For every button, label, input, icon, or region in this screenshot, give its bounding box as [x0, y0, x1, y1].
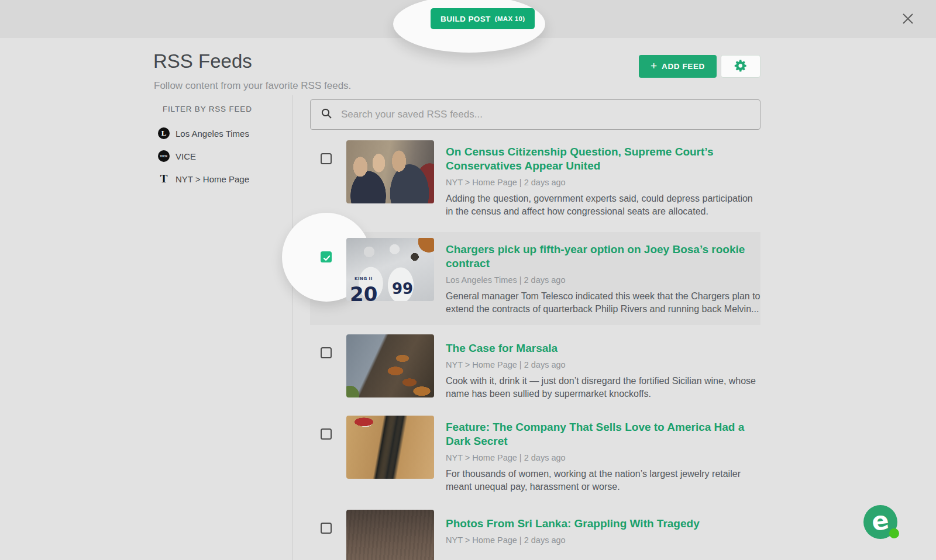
- sidebar-item-nyt-home-page[interactable]: T NYT > Home Page: [158, 173, 287, 185]
- sidebar-item-los-angeles-times[interactable]: L Los Angeles Times: [158, 127, 287, 139]
- build-post-label: BUILD POST: [441, 15, 491, 23]
- filter-by-rss-feed-heading: FILTER BY RSS FEED: [163, 105, 252, 113]
- article-row: On Census Citizenship Question, Supreme …: [310, 140, 760, 218]
- article-meta: Los Angeles Times | 2 days ago: [446, 275, 760, 285]
- article-checkbox[interactable]: [321, 523, 332, 534]
- feed-filter-label: Los Angeles Times: [176, 129, 249, 139]
- article-meta: NYT > Home Page | 2 days ago: [446, 535, 760, 545]
- search-box: [310, 99, 760, 130]
- close-button[interactable]: [900, 11, 916, 27]
- article-title[interactable]: The Case for Marsala: [446, 341, 760, 355]
- feed-settings-button[interactable]: [721, 55, 760, 78]
- thumbnail-jersey-name: KING II: [355, 276, 373, 281]
- article-meta: NYT > Home Page | 2 days ago: [446, 178, 760, 187]
- article-title[interactable]: Chargers pick up fifth-year option on Jo…: [446, 243, 760, 271]
- article-thumbnail: [346, 416, 434, 479]
- gear-icon: [734, 59, 748, 74]
- article-checkbox[interactable]: [321, 428, 332, 440]
- article-title[interactable]: Feature: The Company That Sells Love to …: [446, 420, 760, 448]
- article-meta: NYT > Home Page | 2 days ago: [446, 360, 760, 369]
- sidebar-divider: [292, 95, 293, 560]
- article-checkbox[interactable]: [321, 347, 332, 358]
- close-icon: [900, 20, 916, 29]
- build-post-button[interactable]: BUILD POST (MAX 10): [431, 8, 535, 29]
- article-title[interactable]: Photos From Sri Lanka: Grappling With Tr…: [446, 517, 760, 531]
- feed-filter-label: NYT > Home Page: [176, 174, 249, 184]
- rss-article-list: On Census Citizenship Question, Supreme …: [310, 99, 760, 560]
- article-title[interactable]: On Census Citizenship Question, Supreme …: [446, 145, 760, 173]
- thumbnail-jersey-number: 20: [350, 282, 377, 301]
- article-checkbox-checked[interactable]: [321, 251, 332, 262]
- edgar-chat-widget[interactable]: e: [863, 505, 897, 539]
- article-thumbnail: [346, 334, 434, 397]
- sidebar-item-vice[interactable]: VICE VICE: [158, 150, 287, 162]
- la-times-favicon-icon: L: [158, 127, 170, 139]
- thumbnail-jersey-number: 99: [392, 280, 413, 298]
- plus-icon: +: [651, 60, 657, 71]
- search-input[interactable]: [340, 108, 749, 121]
- add-feed-button[interactable]: + ADD FEED: [639, 55, 717, 78]
- nyt-favicon-icon: T: [158, 173, 170, 185]
- search-icon: [321, 108, 332, 122]
- article-description: Adding the question, government experts …: [446, 192, 760, 218]
- article-thumbnail: [346, 510, 434, 560]
- article-description: For thousands of women, working at the n…: [446, 468, 760, 493]
- article-checkbox[interactable]: [321, 153, 332, 164]
- online-status-dot: [889, 528, 899, 538]
- article-meta: NYT > Home Page | 2 days ago: [446, 453, 760, 462]
- article-thumbnail: 20 99 KING II: [346, 238, 434, 301]
- rss-feed-filter-list: L Los Angeles Times VICE VICE T NYT > Ho…: [158, 127, 287, 196]
- article-description: Cook with it, drink it — just don’t disr…: [446, 375, 760, 400]
- page-subtitle: Follow content from your favorite RSS fe…: [154, 80, 351, 92]
- feed-filter-label: VICE: [176, 151, 196, 161]
- article-row-selected: 20 99 KING II Chargers pick up fifth-yea…: [310, 232, 760, 325]
- vice-favicon-icon: VICE: [158, 150, 170, 162]
- add-feed-label: ADD FEED: [662, 62, 705, 71]
- page-title: RSS Feeds: [153, 50, 252, 72]
- article-row: Feature: The Company That Sells Love to …: [310, 416, 760, 493]
- article-thumbnail: [346, 140, 434, 203]
- article-row: The Case for Marsala NYT > Home Page | 2…: [310, 334, 760, 400]
- article-row: Photos From Sri Lanka: Grappling With Tr…: [310, 510, 760, 560]
- article-description: General manager Tom Telesco indicated th…: [446, 290, 760, 316]
- build-post-max-label: (MAX 10): [495, 15, 525, 22]
